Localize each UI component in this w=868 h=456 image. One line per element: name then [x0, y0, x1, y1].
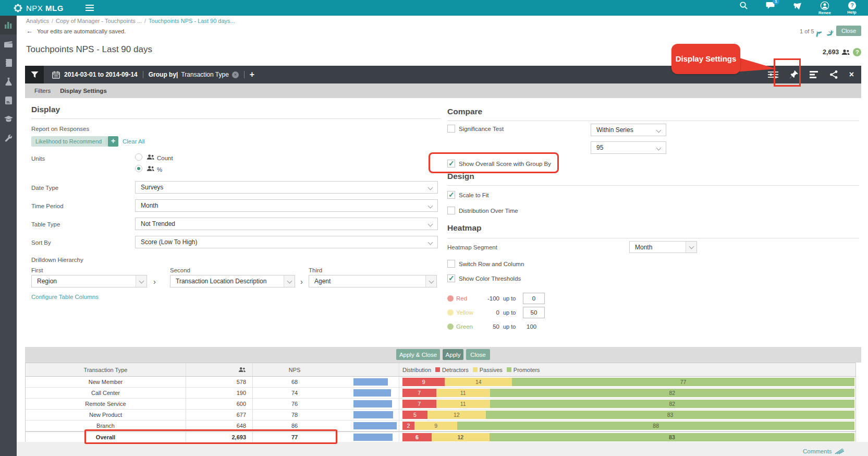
show-overall-score-checkbox[interactable] [447, 160, 455, 167]
breadcrumb-dashboard[interactable]: Copy of Manager - Touchpoints ... [56, 18, 142, 24]
chevron-down-icon [139, 278, 144, 283]
drilldown-third-label: Third [309, 267, 322, 273]
journal-icon [5, 97, 12, 104]
add-response-button[interactable]: + [108, 136, 118, 147]
sidebar-item-labs[interactable] [0, 72, 17, 91]
drilldown-third-select[interactable]: Agent [309, 275, 437, 287]
hamburger-menu-icon[interactable] [85, 5, 94, 11]
units-count-label: Count [157, 155, 173, 161]
switch-row-column-label: Switch Row and Column [459, 261, 524, 267]
significance-test-checkbox[interactable] [447, 125, 455, 133]
pager-next-icon[interactable]: ❯ [828, 29, 834, 34]
within-series-select[interactable]: Within Series [591, 124, 666, 136]
search-icon[interactable] [737, 1, 750, 10]
apply-button[interactable]: Apply [443, 349, 463, 360]
scale-to-fit-checkbox[interactable] [447, 191, 455, 199]
pin-icon[interactable] [790, 70, 798, 79]
chevron-down-icon [428, 221, 433, 226]
col-transaction-type[interactable]: Transaction Type [26, 363, 186, 376]
time-period-select[interactable]: Month [135, 199, 438, 212]
display-settings-callout: Display Settings [671, 44, 740, 74]
page-title: Touchpoints NPS - Last 90 days [26, 44, 152, 55]
up-to-label: up to [503, 309, 516, 316]
announcements-icon[interactable] [791, 1, 804, 10]
red-threshold-input[interactable] [523, 293, 545, 304]
table-type-select[interactable]: Not Trended [135, 218, 438, 230]
sidebar-item-notebook[interactable] [0, 53, 17, 72]
comments-link[interactable]: Comments [803, 448, 844, 454]
table-row[interactable]: Call Center 190 74 7 11 82 [26, 388, 855, 399]
filter-funnel-button[interactable] [25, 66, 44, 83]
chevron-box [686, 242, 696, 253]
chevron-box [136, 275, 146, 287]
avatar-icon [820, 1, 829, 10]
remove-group-by-icon[interactable]: × [232, 71, 239, 78]
notifications-icon[interactable]: 1 [764, 1, 777, 9]
close-panel-icon[interactable]: × [849, 70, 854, 79]
people-icon[interactable] [238, 367, 246, 373]
red-threshold-label: Red [456, 295, 467, 302]
align-list-icon[interactable] [810, 71, 818, 78]
table-row[interactable]: New Product 677 78 5 12 83 [26, 410, 855, 421]
heatmap-segment-select[interactable]: Month [629, 241, 697, 253]
table-row[interactable]: Branch 648 86 2 9 88 [26, 421, 855, 431]
user-avatar[interactable]: Renee [818, 1, 832, 15]
confidence-select[interactable]: 95 [591, 141, 666, 154]
table-row[interactable]: New Member 578 68 9 14 77 [26, 377, 855, 388]
breadcrumb-current[interactable]: Touchpoints NPS - Last 90 days... [149, 18, 235, 24]
help-icon[interactable]: ? Help [845, 1, 859, 15]
table-header-row: Transaction Type NPS Distribution Detrac… [26, 363, 855, 377]
sidebar-item-journal[interactable] [0, 91, 17, 110]
sidebar-item-academy[interactable] [0, 110, 17, 128]
distribution-bar: 2 9 88 [402, 422, 854, 430]
back-arrow-icon[interactable]: ← [26, 27, 33, 35]
app-logo[interactable]: NPX MLG [14, 4, 64, 13]
yellow-threshold-icon [447, 309, 454, 316]
chevron-down-icon [429, 278, 434, 283]
switch-row-column-checkbox[interactable] [447, 260, 455, 268]
show-overall-score-label: Show Overall Score with Group By [459, 161, 551, 167]
tab-filters[interactable]: Filters [34, 88, 51, 94]
col-nps[interactable]: NPS [253, 363, 336, 376]
sort-by-select[interactable]: Score (Low To High) [135, 236, 438, 248]
drilldown-first-select[interactable]: Region [31, 275, 147, 287]
heatmap-segment-label: Heatmap Segment [447, 244, 497, 250]
show-color-thresholds-checkbox[interactable] [447, 274, 455, 282]
date-type-select[interactable]: Surveys [135, 181, 438, 194]
show-color-thresholds-label: Show Color Thresholds [459, 275, 521, 282]
units-count-radio[interactable] [135, 153, 142, 161]
table-row[interactable]: Remote Service 600 76 7 11 82 [26, 399, 855, 410]
nps-bar [353, 411, 393, 418]
yellow-threshold-input[interactable] [523, 307, 545, 318]
sidebar-item-media[interactable] [0, 34, 17, 53]
table-row-overall[interactable]: Overall 2,693 77 6 12 83 [26, 431, 855, 442]
apply-and-close-button[interactable]: Apply & Close [396, 349, 440, 360]
breadcrumb-analytics[interactable]: Analytics [26, 18, 49, 24]
close-button[interactable]: Close [466, 349, 490, 360]
nps-results-table: Transaction Type NPS Distribution Detrac… [25, 363, 856, 443]
report-help-icon[interactable]: ? [853, 48, 861, 56]
respondent-count: 2,693 [823, 49, 839, 56]
date-range-filter[interactable]: 2014-03-01 to 2014-09-14 [52, 71, 138, 79]
app-window: NPX MLG 1 Renee ? Help [0, 0, 868, 456]
drilldown-first-label: First [31, 267, 43, 273]
drilldown-second-select[interactable]: Transaction Location Description [170, 275, 295, 287]
add-filter-button[interactable]: + [250, 70, 254, 79]
clear-all-link[interactable]: Clear All [123, 138, 145, 145]
units-percent-radio[interactable] [135, 165, 142, 172]
sidebar-item-analytics[interactable] [0, 16, 17, 34]
close-report-button[interactable]: Close [836, 26, 861, 36]
group-by-filter[interactable]: Group by| Transaction Type × [149, 71, 239, 78]
configure-table-columns-link[interactable]: Configure Table Columns [31, 294, 99, 300]
pager: 1 of 5 ❮ ❯ [800, 28, 838, 34]
distribution-over-time-checkbox[interactable] [447, 207, 455, 214]
tab-display-settings[interactable]: Display Settings [60, 88, 106, 94]
units-label: Units [31, 155, 45, 162]
pager-prev-icon[interactable]: ❮ [816, 29, 822, 34]
nps-bar [353, 378, 388, 386]
chevron-down-icon [287, 278, 292, 283]
share-icon[interactable] [830, 70, 838, 79]
display-heading: Display [31, 105, 60, 114]
sidebar-item-tools[interactable] [0, 128, 17, 147]
table-type-label: Table Type [31, 221, 60, 227]
